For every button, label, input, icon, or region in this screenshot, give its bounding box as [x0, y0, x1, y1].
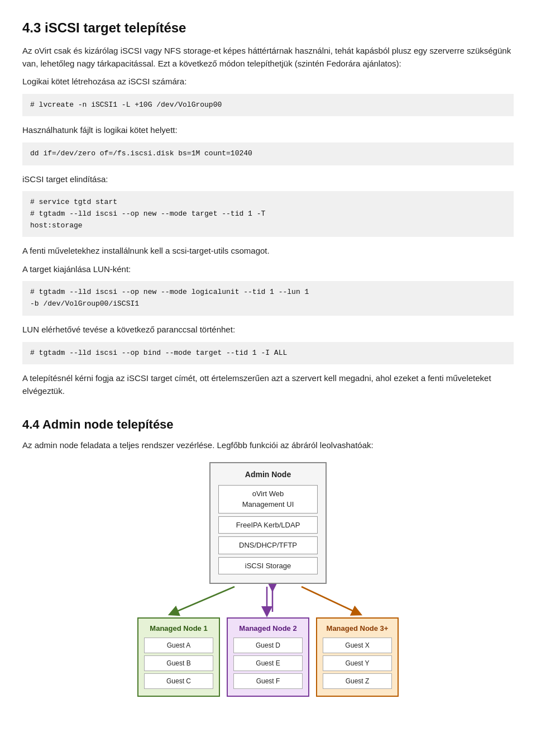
iscsi-label: iSCSI target elindítása:: [22, 173, 514, 186]
code-lvcreate: # lvcreate -n iSCSI1 -L +10G /dev/VolGro…: [22, 94, 514, 117]
managed-node-3-guest-y: Guest Y: [323, 655, 392, 671]
managed-nodes-row: Managed Node 1 Guest A Guest B Guest C M…: [137, 617, 399, 697]
code-iscsi-start: # service tgtd start # tgtadm --lld iscs…: [22, 191, 514, 237]
managed-node-1: Managed Node 1 Guest A Guest B Guest C: [137, 617, 220, 697]
managed-node-2: Managed Node 2 Guest D Guest E Guest F: [227, 617, 309, 697]
admin-node-box: Admin Node oVirt WebManagement UI FreeIP…: [209, 462, 327, 584]
intro-paragraph: Az oVirt csak és kizárólag iSCSI vagy NF…: [22, 45, 514, 70]
admin-node-item-1: FreeIPA Kerb/LDAP: [218, 516, 318, 534]
managed-node-3: Managed Node 3+ Guest X Guest Y Guest Z: [316, 617, 399, 697]
svg-line-4: [173, 587, 234, 613]
admin-node-title: Admin Node: [218, 469, 318, 481]
note-scsi: A fenti műveletekhez installálnunk kell …: [22, 245, 514, 258]
code-lun: # tgtadm --lld iscsi --op new --mode log…: [22, 281, 514, 316]
managed-node-2-guest-e: Guest E: [233, 655, 303, 671]
file-label: Használhatunk fájlt is logikai kötet hel…: [22, 124, 514, 137]
managed-node-2-guest-f: Guest F: [233, 673, 303, 689]
admin-node-heading: 4.4 Admin node telepítése: [22, 415, 514, 434]
code-dd: dd if=/dev/zero of=/fs.iscsi.disk bs=1M …: [22, 142, 514, 165]
lun-label: A target kiajánlása LUN-ként:: [22, 263, 514, 276]
svg-line-7: [302, 587, 357, 613]
admin-node-item-2: DNS/DHCP/TFTP: [218, 536, 318, 554]
lun-enable-label: LUN elérhetővé tevése a következő paranc…: [22, 324, 514, 336]
managed-node-1-guest-c: Guest C: [144, 673, 213, 689]
code-bind: # tgtadm --lld iscsi --op bind --mode ta…: [22, 342, 514, 365]
install-note: A telepítésnél kérni fogja az iSCSI targ…: [22, 372, 514, 397]
diagram-wrapper: Admin Node oVirt WebManagement UI FreeIP…: [106, 462, 430, 697]
arrows-svg: [123, 584, 413, 617]
managed-node-3-guest-z: Guest Z: [323, 673, 392, 689]
managed-node-2-guest-d: Guest D: [233, 638, 303, 653]
network-diagram: Admin Node oVirt WebManagement UI FreeIP…: [22, 462, 514, 697]
page-heading: 4.3 iSCSI target telepítése: [22, 18, 514, 38]
managed-node-2-title: Managed Node 2: [233, 623, 303, 634]
logical-vol-label: Logikai kötet létrehozása az iSCSI számá…: [22, 75, 514, 88]
managed-node-3-title: Managed Node 3+: [323, 623, 392, 634]
admin-intro: Az admin node feladata a teljes rendszer…: [22, 439, 514, 452]
managed-node-3-guest-x: Guest X: [323, 638, 392, 653]
admin-node-item-0: oVirt WebManagement UI: [218, 485, 318, 513]
managed-node-1-title: Managed Node 1: [144, 623, 213, 634]
managed-node-1-guest-a: Guest A: [144, 638, 213, 653]
managed-node-1-guest-b: Guest B: [144, 655, 213, 671]
admin-node-item-3: iSCSI Storage: [218, 557, 318, 575]
